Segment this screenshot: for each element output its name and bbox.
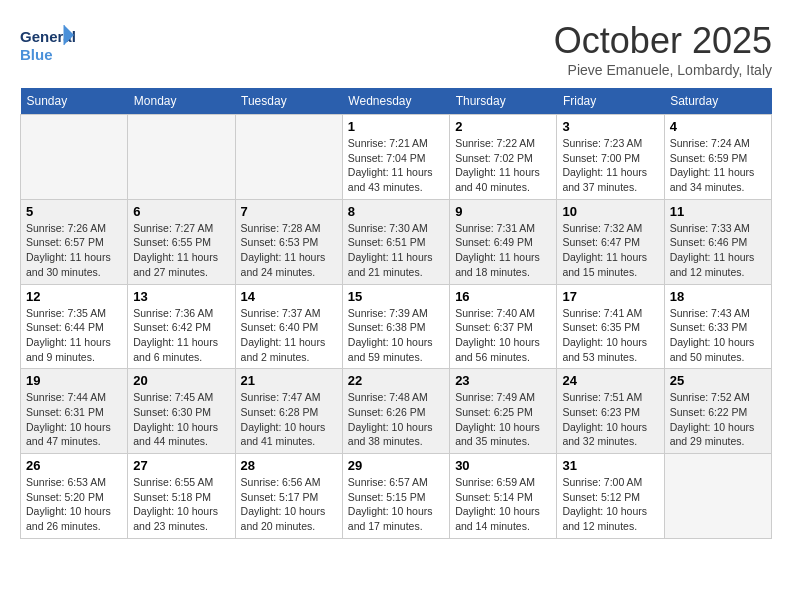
calendar-week-3: 19Sunrise: 7:44 AM Sunset: 6:31 PM Dayli… [21, 369, 772, 454]
day-number: 9 [455, 204, 551, 219]
day-number: 24 [562, 373, 658, 388]
calendar-cell: 21Sunrise: 7:47 AM Sunset: 6:28 PM Dayli… [235, 369, 342, 454]
calendar-table: Sunday Monday Tuesday Wednesday Thursday… [20, 88, 772, 539]
day-number: 6 [133, 204, 229, 219]
day-number: 16 [455, 289, 551, 304]
day-info: Sunrise: 7:27 AM Sunset: 6:55 PM Dayligh… [133, 221, 229, 280]
calendar-cell: 4Sunrise: 7:24 AM Sunset: 6:59 PM Daylig… [664, 115, 771, 200]
day-info: Sunrise: 7:41 AM Sunset: 6:35 PM Dayligh… [562, 306, 658, 365]
calendar-cell: 12Sunrise: 7:35 AM Sunset: 6:44 PM Dayli… [21, 284, 128, 369]
header-tuesday: Tuesday [235, 88, 342, 115]
header-thursday: Thursday [450, 88, 557, 115]
day-info: Sunrise: 6:56 AM Sunset: 5:17 PM Dayligh… [241, 475, 337, 534]
calendar-cell: 8Sunrise: 7:30 AM Sunset: 6:51 PM Daylig… [342, 199, 449, 284]
day-number: 14 [241, 289, 337, 304]
day-info: Sunrise: 7:45 AM Sunset: 6:30 PM Dayligh… [133, 390, 229, 449]
day-info: Sunrise: 7:36 AM Sunset: 6:42 PM Dayligh… [133, 306, 229, 365]
day-number: 21 [241, 373, 337, 388]
calendar-cell: 27Sunrise: 6:55 AM Sunset: 5:18 PM Dayli… [128, 454, 235, 539]
day-number: 3 [562, 119, 658, 134]
day-info: Sunrise: 7:21 AM Sunset: 7:04 PM Dayligh… [348, 136, 444, 195]
calendar-cell: 24Sunrise: 7:51 AM Sunset: 6:23 PM Dayli… [557, 369, 664, 454]
header-wednesday: Wednesday [342, 88, 449, 115]
day-info: Sunrise: 6:55 AM Sunset: 5:18 PM Dayligh… [133, 475, 229, 534]
month-title: October 2025 [554, 20, 772, 62]
header-friday: Friday [557, 88, 664, 115]
calendar-cell: 15Sunrise: 7:39 AM Sunset: 6:38 PM Dayli… [342, 284, 449, 369]
day-number: 18 [670, 289, 766, 304]
day-info: Sunrise: 7:28 AM Sunset: 6:53 PM Dayligh… [241, 221, 337, 280]
calendar-header-row: Sunday Monday Tuesday Wednesday Thursday… [21, 88, 772, 115]
day-info: Sunrise: 7:52 AM Sunset: 6:22 PM Dayligh… [670, 390, 766, 449]
header-saturday: Saturday [664, 88, 771, 115]
calendar-week-4: 26Sunrise: 6:53 AM Sunset: 5:20 PM Dayli… [21, 454, 772, 539]
day-number: 27 [133, 458, 229, 473]
day-number: 17 [562, 289, 658, 304]
day-info: Sunrise: 7:32 AM Sunset: 6:47 PM Dayligh… [562, 221, 658, 280]
day-number: 4 [670, 119, 766, 134]
day-number: 29 [348, 458, 444, 473]
day-info: Sunrise: 7:44 AM Sunset: 6:31 PM Dayligh… [26, 390, 122, 449]
day-info: Sunrise: 7:26 AM Sunset: 6:57 PM Dayligh… [26, 221, 122, 280]
day-info: Sunrise: 6:53 AM Sunset: 5:20 PM Dayligh… [26, 475, 122, 534]
day-info: Sunrise: 7:48 AM Sunset: 6:26 PM Dayligh… [348, 390, 444, 449]
header-monday: Monday [128, 88, 235, 115]
day-info: Sunrise: 7:24 AM Sunset: 6:59 PM Dayligh… [670, 136, 766, 195]
day-info: Sunrise: 7:30 AM Sunset: 6:51 PM Dayligh… [348, 221, 444, 280]
day-info: Sunrise: 7:49 AM Sunset: 6:25 PM Dayligh… [455, 390, 551, 449]
calendar-cell: 22Sunrise: 7:48 AM Sunset: 6:26 PM Dayli… [342, 369, 449, 454]
day-info: Sunrise: 7:43 AM Sunset: 6:33 PM Dayligh… [670, 306, 766, 365]
calendar-cell: 18Sunrise: 7:43 AM Sunset: 6:33 PM Dayli… [664, 284, 771, 369]
day-info: Sunrise: 6:59 AM Sunset: 5:14 PM Dayligh… [455, 475, 551, 534]
calendar-cell: 23Sunrise: 7:49 AM Sunset: 6:25 PM Dayli… [450, 369, 557, 454]
day-number: 13 [133, 289, 229, 304]
day-number: 11 [670, 204, 766, 219]
svg-text:Blue: Blue [20, 46, 53, 63]
day-number: 28 [241, 458, 337, 473]
calendar-cell [664, 454, 771, 539]
day-info: Sunrise: 7:40 AM Sunset: 6:37 PM Dayligh… [455, 306, 551, 365]
title-block: October 2025 Pieve Emanuele, Lombardy, I… [554, 20, 772, 78]
calendar-cell: 25Sunrise: 7:52 AM Sunset: 6:22 PM Dayli… [664, 369, 771, 454]
calendar-week-0: 1Sunrise: 7:21 AM Sunset: 7:04 PM Daylig… [21, 115, 772, 200]
day-info: Sunrise: 7:35 AM Sunset: 6:44 PM Dayligh… [26, 306, 122, 365]
calendar-cell: 9Sunrise: 7:31 AM Sunset: 6:49 PM Daylig… [450, 199, 557, 284]
logo: General Blue [20, 20, 75, 70]
day-info: Sunrise: 7:33 AM Sunset: 6:46 PM Dayligh… [670, 221, 766, 280]
calendar-cell: 20Sunrise: 7:45 AM Sunset: 6:30 PM Dayli… [128, 369, 235, 454]
calendar-cell [21, 115, 128, 200]
day-number: 12 [26, 289, 122, 304]
logo-svg: General Blue [20, 20, 75, 70]
day-info: Sunrise: 7:47 AM Sunset: 6:28 PM Dayligh… [241, 390, 337, 449]
calendar-cell: 11Sunrise: 7:33 AM Sunset: 6:46 PM Dayli… [664, 199, 771, 284]
day-number: 10 [562, 204, 658, 219]
day-info: Sunrise: 7:23 AM Sunset: 7:00 PM Dayligh… [562, 136, 658, 195]
calendar-cell: 6Sunrise: 7:27 AM Sunset: 6:55 PM Daylig… [128, 199, 235, 284]
calendar-cell: 3Sunrise: 7:23 AM Sunset: 7:00 PM Daylig… [557, 115, 664, 200]
calendar-cell: 2Sunrise: 7:22 AM Sunset: 7:02 PM Daylig… [450, 115, 557, 200]
day-number: 22 [348, 373, 444, 388]
calendar-cell: 17Sunrise: 7:41 AM Sunset: 6:35 PM Dayli… [557, 284, 664, 369]
calendar-cell: 30Sunrise: 6:59 AM Sunset: 5:14 PM Dayli… [450, 454, 557, 539]
calendar-cell: 31Sunrise: 7:00 AM Sunset: 5:12 PM Dayli… [557, 454, 664, 539]
calendar-cell: 29Sunrise: 6:57 AM Sunset: 5:15 PM Dayli… [342, 454, 449, 539]
day-number: 15 [348, 289, 444, 304]
calendar-cell: 19Sunrise: 7:44 AM Sunset: 6:31 PM Dayli… [21, 369, 128, 454]
calendar-week-2: 12Sunrise: 7:35 AM Sunset: 6:44 PM Dayli… [21, 284, 772, 369]
day-number: 23 [455, 373, 551, 388]
calendar-cell: 28Sunrise: 6:56 AM Sunset: 5:17 PM Dayli… [235, 454, 342, 539]
calendar-cell: 5Sunrise: 7:26 AM Sunset: 6:57 PM Daylig… [21, 199, 128, 284]
header-sunday: Sunday [21, 88, 128, 115]
calendar-cell: 13Sunrise: 7:36 AM Sunset: 6:42 PM Dayli… [128, 284, 235, 369]
day-info: Sunrise: 7:51 AM Sunset: 6:23 PM Dayligh… [562, 390, 658, 449]
day-info: Sunrise: 7:00 AM Sunset: 5:12 PM Dayligh… [562, 475, 658, 534]
location-subtitle: Pieve Emanuele, Lombardy, Italy [554, 62, 772, 78]
calendar-cell: 7Sunrise: 7:28 AM Sunset: 6:53 PM Daylig… [235, 199, 342, 284]
calendar-cell [128, 115, 235, 200]
calendar-cell: 1Sunrise: 7:21 AM Sunset: 7:04 PM Daylig… [342, 115, 449, 200]
calendar-cell [235, 115, 342, 200]
calendar-cell: 16Sunrise: 7:40 AM Sunset: 6:37 PM Dayli… [450, 284, 557, 369]
page-header: General Blue October 2025 Pieve Emanuele… [20, 20, 772, 78]
day-info: Sunrise: 7:31 AM Sunset: 6:49 PM Dayligh… [455, 221, 551, 280]
day-info: Sunrise: 7:39 AM Sunset: 6:38 PM Dayligh… [348, 306, 444, 365]
